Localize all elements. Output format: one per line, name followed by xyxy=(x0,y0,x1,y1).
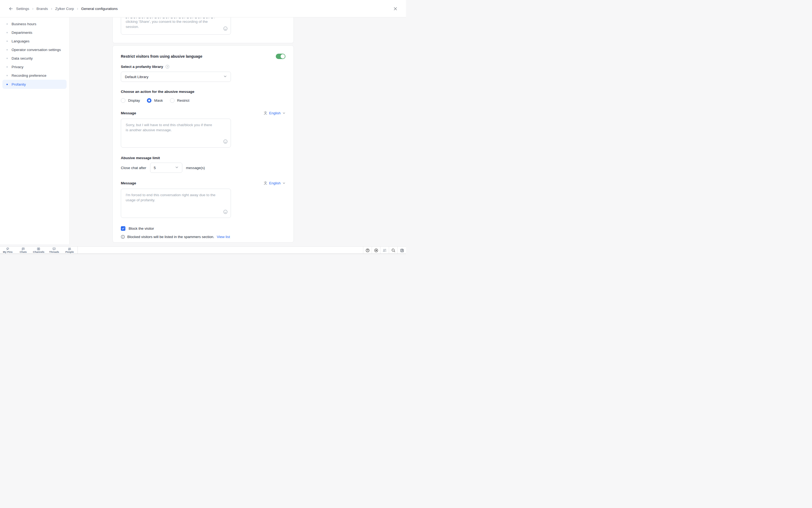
record-button[interactable] xyxy=(372,247,380,254)
help-button[interactable] xyxy=(363,247,372,254)
radio-mask-label: Mask xyxy=(154,98,163,102)
radio-display-label: Display xyxy=(128,98,140,102)
tab-label: My Pins xyxy=(3,251,13,253)
close-chat-message-textarea[interactable]: I'm forced to end this conversation righ… xyxy=(121,189,231,218)
sidebar-item-profanity[interactable]: Profanity xyxy=(2,80,67,89)
block-visitor-label: Block the visitor xyxy=(129,226,154,230)
smiley-icon[interactable] xyxy=(223,139,228,145)
back-button[interactable] xyxy=(7,5,14,12)
tab-people[interactable]: People xyxy=(62,247,77,254)
sidebar-item-business-hours[interactable]: Business hours xyxy=(2,19,67,28)
search-button[interactable] xyxy=(389,247,397,254)
limit-prefix: Close chat after xyxy=(121,166,146,170)
message1-language-select[interactable]: 文 English xyxy=(264,111,285,115)
chevron-down-icon xyxy=(224,75,227,79)
tab-threads[interactable]: Threads xyxy=(46,247,62,254)
sidebar-item-label: Operator conversation settings xyxy=(11,48,61,52)
bullet-icon xyxy=(6,41,8,42)
info-circle-icon xyxy=(121,235,125,239)
people-icon xyxy=(382,248,387,252)
copy-icon xyxy=(400,248,404,253)
search-icon xyxy=(391,248,396,253)
translate-icon: 文 xyxy=(264,111,267,115)
x-icon xyxy=(393,7,397,11)
abusive-warning-message-textarea[interactable]: Sorry, but I will have to end this chat/… xyxy=(121,119,231,147)
limit-row: Close chat after 5 message(s) xyxy=(121,163,285,173)
message2-label: Message xyxy=(121,181,136,185)
restrict-label: Restrict visitors from using abusive lan… xyxy=(121,54,202,58)
people-button[interactable] xyxy=(380,247,389,254)
tab-channels[interactable]: Channels xyxy=(31,247,46,254)
message-count-select[interactable]: 5 xyxy=(150,163,182,173)
recording-message-text: clicking ‘Share’, you consent to the rec… xyxy=(126,19,220,29)
limit-suffix: message(s) xyxy=(186,166,205,170)
tab-label: People xyxy=(66,251,74,253)
sidebar-item-label: Business hours xyxy=(11,22,36,26)
bottom-bar: My Pins Chats Channels Threads People xyxy=(0,246,406,254)
library-label-row: Select a profanity library ? xyxy=(121,65,285,69)
window-bottom-edge xyxy=(0,254,406,254)
action-label: Choose an action for the abusive message xyxy=(121,90,194,94)
bullet-icon xyxy=(6,32,8,33)
radio-mask[interactable]: Mask xyxy=(147,98,163,103)
blocked-visitors-info-text: Blocked visitors will be listed in the s… xyxy=(127,235,214,239)
tab-my-pins[interactable]: My Pins xyxy=(0,247,15,254)
bullet-icon xyxy=(6,23,8,25)
breadcrumb-settings[interactable]: Settings xyxy=(16,7,29,11)
radio-icon[interactable] xyxy=(121,98,125,103)
smiley-icon[interactable] xyxy=(223,210,228,215)
smiley-icon[interactable] xyxy=(223,26,228,32)
close-button[interactable] xyxy=(392,5,399,12)
profanity-library-value: Default Library xyxy=(125,75,149,79)
limit-heading: Abusive message limit xyxy=(121,156,160,160)
svg-text:?: ? xyxy=(167,65,168,68)
breadcrumb: Settings › Brands › Zylker Corp › Genera… xyxy=(16,7,118,11)
sidebar-item-label: Profanity xyxy=(11,82,26,86)
message2-label-row: Message 文 English xyxy=(121,181,285,185)
chevron-down-icon xyxy=(282,112,285,115)
sidebar-item-label: Data security xyxy=(11,56,33,60)
chevron-right-icon: › xyxy=(77,6,78,10)
chevron-down-icon xyxy=(282,182,285,185)
chevron-down-icon xyxy=(175,166,178,170)
recording-message-textarea[interactable]: clicking ‘Share’, you consent to the rec… xyxy=(121,17,231,35)
arrow-left-icon xyxy=(9,6,13,11)
settings-window: Settings › Brands › Zylker Corp › Genera… xyxy=(0,0,406,254)
breadcrumb-brand-name[interactable]: Zylker Corp xyxy=(55,7,74,11)
sidebar-item-label: Languages xyxy=(11,39,30,43)
block-visitor-checkbox[interactable] xyxy=(121,226,125,231)
sidebar-item-operator-conversation-settings[interactable]: Operator conversation settings xyxy=(2,45,67,54)
view-list-link[interactable]: View list xyxy=(217,235,230,239)
bullet-icon xyxy=(6,58,8,59)
bullet-icon xyxy=(6,75,8,76)
sidebar-item-privacy[interactable]: Privacy xyxy=(2,62,67,71)
record-icon xyxy=(374,248,378,253)
radio-display[interactable]: Display xyxy=(121,98,140,103)
profanity-library-select[interactable]: Default Library xyxy=(121,72,231,82)
tab-chats[interactable]: Chats xyxy=(15,247,31,254)
top-bar: Settings › Brands › Zylker Corp › Genera… xyxy=(0,0,406,17)
bottom-bar-spacer xyxy=(78,247,363,254)
message2-language-select[interactable]: 文 English xyxy=(264,181,285,185)
language-value: English xyxy=(269,181,281,185)
sidebar-item-data-security[interactable]: Data security xyxy=(2,54,67,62)
sidebar-item-recording-preference[interactable]: Recording preference xyxy=(2,71,67,80)
tab-label: Channels xyxy=(33,251,45,253)
restrict-toggle[interactable] xyxy=(276,54,285,59)
tab-label: Chats xyxy=(19,251,27,253)
block-visitor-row: Block the visitor xyxy=(121,226,285,231)
help-circle-icon[interactable]: ? xyxy=(165,65,169,69)
bottom-bar-tools xyxy=(363,247,406,254)
settings-sidebar: Business hours Departments Languages Ope… xyxy=(0,17,70,244)
message2-placeholder: I'm forced to end this conversation righ… xyxy=(126,193,220,203)
breadcrumb-brands[interactable]: Brands xyxy=(37,7,48,11)
copy-button[interactable] xyxy=(397,247,406,254)
sidebar-item-departments[interactable]: Departments xyxy=(2,28,67,37)
radio-icon[interactable] xyxy=(170,98,174,103)
sidebar-item-languages[interactable]: Languages xyxy=(2,37,67,45)
radio-restrict[interactable]: Restrict xyxy=(170,98,190,103)
bottom-nav: My Pins Chats Channels Threads People xyxy=(0,247,78,254)
message-count-value: 5 xyxy=(154,166,156,170)
radio-checked-icon[interactable] xyxy=(147,98,152,103)
radio-restrict-label: Restrict xyxy=(177,98,190,102)
